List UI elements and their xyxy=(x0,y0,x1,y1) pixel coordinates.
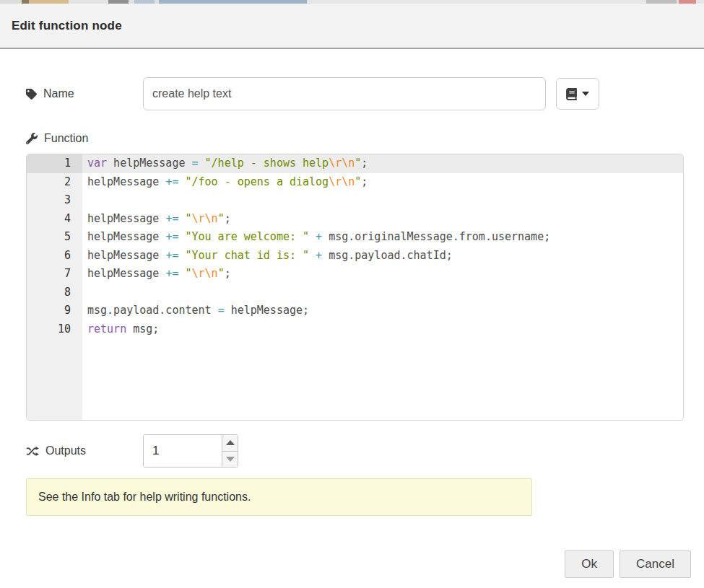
spinner-buttons xyxy=(222,435,238,467)
code-line[interactable]: 4helpMessage += "\r\n"; xyxy=(27,210,683,229)
outputs-row: Outputs xyxy=(26,434,704,468)
code-text: helpMessage += "/foo - opens a dialog\r\… xyxy=(82,173,683,192)
dialog-header: Edit function node xyxy=(0,4,704,49)
background-page-strip xyxy=(0,0,704,4)
code-text: helpMessage += "\r\n"; xyxy=(82,210,683,229)
background-fragment xyxy=(679,0,696,4)
line-number: 6 xyxy=(27,247,82,266)
triangle-up-icon xyxy=(226,440,235,445)
code-line[interactable]: 6helpMessage += "Your chat id is: " + ms… xyxy=(27,247,683,266)
background-fragment xyxy=(108,0,129,4)
code-line[interactable]: 2helpMessage += "/foo - opens a dialog\r… xyxy=(27,173,683,192)
code-text: helpMessage += "\r\n"; xyxy=(82,265,683,284)
code-line[interactable]: 8 xyxy=(27,284,683,302)
background-fragment xyxy=(29,0,69,4)
shuffle-icon xyxy=(26,446,39,457)
code-line[interactable]: 10return msg; xyxy=(27,320,683,339)
code-line[interactable]: 9msg.payload.content = helpMessage; xyxy=(27,302,683,320)
tag-icon xyxy=(26,89,37,100)
dialog-title: Edit function node xyxy=(12,19,122,33)
background-fragment xyxy=(0,0,22,4)
line-number: 3 xyxy=(27,191,82,210)
name-label: Name xyxy=(26,87,143,100)
code-text xyxy=(82,284,683,302)
code-text: var helpMessage = "/help - shows help\r\… xyxy=(82,154,683,173)
library-button[interactable] xyxy=(556,78,599,110)
code-line[interactable]: 1var helpMessage = "/help - shows help\r… xyxy=(27,154,683,173)
name-label-text: Name xyxy=(43,87,74,100)
line-number: 4 xyxy=(27,210,82,229)
code-text: helpMessage += "Your chat id is: " + msg… xyxy=(82,247,683,266)
line-number: 7 xyxy=(27,265,82,284)
line-number: 1 xyxy=(27,154,82,173)
line-number: 8 xyxy=(27,284,82,302)
spinner-up-button[interactable] xyxy=(222,435,238,452)
form-tip: See the Info tab for help writing functi… xyxy=(26,478,532,516)
book-icon xyxy=(566,88,577,100)
outputs-label-text: Outputs xyxy=(45,444,86,457)
code-text: return msg; xyxy=(82,320,683,339)
background-fragment xyxy=(307,0,646,4)
wrench-icon xyxy=(26,133,38,144)
code-text: helpMessage += "You are welcome: " + msg… xyxy=(82,228,683,247)
chevron-down-icon xyxy=(582,92,589,96)
outputs-spinner xyxy=(143,434,238,468)
function-label-text: Function xyxy=(44,132,88,145)
code-text xyxy=(82,191,683,210)
background-fragment xyxy=(696,0,704,4)
line-number: 5 xyxy=(27,228,82,247)
line-number: 9 xyxy=(27,302,82,320)
code-lines: 1var helpMessage = "/help - shows help\r… xyxy=(27,154,683,338)
code-line[interactable]: 3 xyxy=(27,191,683,210)
ok-button[interactable]: Ok xyxy=(565,550,614,578)
outputs-label: Outputs xyxy=(26,444,143,457)
code-editor[interactable]: 1var helpMessage = "/help - shows help\r… xyxy=(26,154,684,421)
dialog-body: Name Function 1var helpMessage = "/help … xyxy=(0,77,704,578)
outputs-input[interactable] xyxy=(144,435,222,467)
background-fragment xyxy=(159,0,307,4)
edit-function-node-dialog: Edit function node Name Function xyxy=(0,4,704,578)
triangle-down-icon xyxy=(226,457,235,462)
background-fragment xyxy=(646,0,677,4)
code-line[interactable]: 5helpMessage += "You are welcome: " + ms… xyxy=(27,228,683,247)
line-number: 10 xyxy=(27,320,82,339)
background-fragment xyxy=(22,0,29,4)
background-fragment xyxy=(69,0,108,4)
name-row: Name xyxy=(26,77,704,110)
name-input[interactable] xyxy=(143,77,546,110)
cancel-button[interactable]: Cancel xyxy=(620,550,691,578)
spinner-down-button[interactable] xyxy=(222,452,238,468)
line-number: 2 xyxy=(27,173,82,192)
code-line[interactable]: 7helpMessage += "\r\n"; xyxy=(27,265,683,284)
function-label-row: Function xyxy=(26,132,704,145)
background-fragment xyxy=(134,0,155,4)
dialog-button-row: Ok Cancel xyxy=(0,550,691,578)
code-text: msg.payload.content = helpMessage; xyxy=(82,302,683,320)
